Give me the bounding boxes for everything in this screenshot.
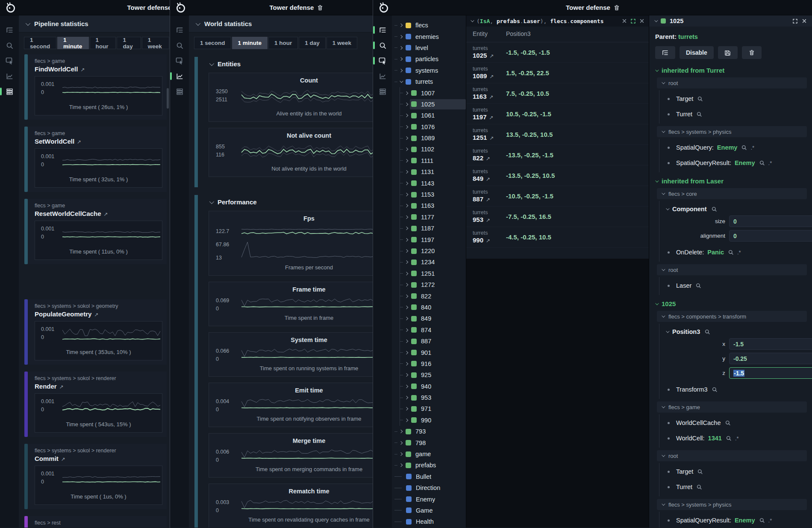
tree-item-1187[interactable]: 1187 xyxy=(400,223,466,234)
time-range-1-day[interactable]: 1 day xyxy=(299,37,326,49)
component-row[interactable]: WorldCell:1341.* xyxy=(659,431,808,446)
system-name-link[interactable]: ResetWorldCellCache↗ xyxy=(35,210,162,217)
chevron-right-icon[interactable] xyxy=(405,91,408,94)
chevron-right-icon[interactable] xyxy=(405,249,408,253)
chevron-right-icon[interactable] xyxy=(399,57,403,61)
chevron-right-icon[interactable] xyxy=(405,147,408,151)
module-path-header[interactable]: flecs > game xyxy=(657,401,807,413)
chevron-right-icon[interactable] xyxy=(405,193,408,196)
chevron-down-icon[interactable] xyxy=(662,314,665,317)
tree-item-enemies[interactable]: enemies xyxy=(392,31,466,42)
tree-item-1272[interactable]: 1272 xyxy=(400,279,466,290)
tree-item-level[interactable]: level xyxy=(392,42,466,53)
tree-item-Enemy[interactable]: Enemy xyxy=(392,493,466,504)
module-path-header[interactable]: flecs > systems > physics xyxy=(657,499,807,510)
tree-item-940[interactable]: 940 xyxy=(400,381,466,392)
field-input[interactable]: -0.25 xyxy=(729,353,812,364)
field-input[interactable]: 0 xyxy=(729,215,812,227)
chevron-right-icon[interactable] xyxy=(405,238,408,241)
chevron-down-icon[interactable] xyxy=(662,453,665,457)
chevron-right-icon[interactable] xyxy=(405,170,408,174)
statistics-icon[interactable] xyxy=(170,84,189,99)
component-row[interactable]: Transform3 xyxy=(659,382,808,397)
component-target-link[interactable]: Enemy xyxy=(735,159,755,166)
search-component-icon[interactable] xyxy=(725,420,731,426)
tree-item-turrets[interactable]: turrets xyxy=(392,76,466,87)
tree-item-1220[interactable]: 1220 xyxy=(400,245,466,257)
tree-item-1089[interactable]: 1089 xyxy=(400,133,466,144)
component-target-link[interactable]: Enemy xyxy=(735,517,755,524)
chevron-down-icon[interactable] xyxy=(662,404,665,408)
chevron-right-icon[interactable] xyxy=(405,294,408,298)
tree-item-game[interactable]: game xyxy=(392,448,466,460)
chevron-down-icon[interactable] xyxy=(666,329,669,333)
chevron-right-icon[interactable] xyxy=(405,351,408,354)
collapse-icon[interactable] xyxy=(209,199,214,204)
chevron-right-icon[interactable] xyxy=(405,373,408,377)
tree-item-822[interactable]: 822 xyxy=(400,290,466,301)
system-name-link[interactable]: DequeueRest↗ xyxy=(35,527,162,528)
chevron-right-icon[interactable] xyxy=(405,384,408,388)
tree-item-874[interactable]: 874 xyxy=(400,324,466,336)
chevron-right-icon[interactable] xyxy=(405,227,408,230)
statistics-icon[interactable] xyxy=(0,84,19,99)
inspect-window-icon[interactable] xyxy=(0,53,19,68)
module-path-header[interactable]: root xyxy=(657,450,807,461)
time-range-1-hour[interactable]: 1 hour xyxy=(90,37,116,49)
chevron-down-icon[interactable] xyxy=(662,267,665,271)
component-row[interactable]: OnDelete:Panic.* xyxy=(659,245,808,260)
field-input[interactable]: -1.5 xyxy=(729,338,812,350)
tree-item-systems[interactable]: systems xyxy=(392,65,466,76)
tree-item-1111[interactable]: 1111 xyxy=(400,155,466,166)
query-result-row[interactable]: turrets849↗-13.5, -0.25, 10.5 xyxy=(466,165,649,186)
chevron-right-icon[interactable] xyxy=(405,103,408,106)
entity-link[interactable]: 887↗ xyxy=(473,195,506,203)
chevron-right-icon[interactable] xyxy=(405,125,408,128)
tree-item-1163[interactable]: 1163 xyxy=(400,200,466,211)
entity-link[interactable]: 1025↗ xyxy=(473,52,506,59)
chevron-right-icon[interactable] xyxy=(399,463,403,467)
search-component-icon[interactable] xyxy=(696,484,702,490)
tree-item-971[interactable]: 971 xyxy=(400,403,466,414)
component-row[interactable]: Target xyxy=(659,464,808,479)
delete-world-icon[interactable] xyxy=(318,5,323,11)
chevron-right-icon[interactable] xyxy=(405,407,408,410)
time-range-1-second[interactable]: 1 second xyxy=(194,37,231,49)
tree-item-798[interactable]: 798 xyxy=(392,437,466,448)
chevron-right-icon[interactable] xyxy=(405,204,408,207)
collapse-icon[interactable] xyxy=(654,18,658,22)
tree-item-Direction[interactable]: Direction xyxy=(392,482,466,493)
entity-link[interactable]: 990↗ xyxy=(473,236,506,244)
search-component-icon[interactable] xyxy=(741,145,747,150)
tree-item-Bullet[interactable]: Bullet xyxy=(392,471,466,482)
time-range-1-week[interactable]: 1 week xyxy=(142,37,169,49)
tree-item-1177[interactable]: 1177 xyxy=(400,212,466,223)
time-range-1-second[interactable]: 1 second xyxy=(24,37,56,49)
inherited-section-header[interactable]: inherited from Turret xyxy=(655,67,808,74)
query-result-row[interactable]: turrets990↗-4.5, -0.25, 10.5 xyxy=(466,227,649,248)
chevron-down-icon[interactable] xyxy=(662,80,665,84)
search-component-icon[interactable] xyxy=(711,206,717,212)
tree-item-1102[interactable]: 1102 xyxy=(400,144,466,155)
tree-item-1251[interactable]: 1251 xyxy=(400,268,466,279)
chevron-down-icon[interactable] xyxy=(666,206,669,210)
tree-item-1153[interactable]: 1153 xyxy=(400,189,466,200)
entity-link[interactable]: 1089↗ xyxy=(473,72,506,80)
module-path-header[interactable]: root xyxy=(657,264,807,275)
chevron-right-icon[interactable] xyxy=(399,430,403,433)
search-component-icon[interactable] xyxy=(759,517,765,523)
component-row[interactable]: Laser xyxy=(659,278,808,293)
search-component-icon[interactable] xyxy=(712,386,718,392)
charts-icon[interactable] xyxy=(0,68,19,84)
chevron-down-icon[interactable] xyxy=(400,79,403,83)
component-row[interactable]: SpatialQuery:Enemy.* xyxy=(659,140,808,155)
query-result-row[interactable]: turrets1197↗10.5, -0.25, -1.5 xyxy=(466,104,649,124)
component-row[interactable]: Turret xyxy=(659,479,808,495)
delete-button[interactable] xyxy=(742,46,762,59)
tree-item-840[interactable]: 840 xyxy=(400,302,466,313)
tree-item-Health[interactable]: Health xyxy=(392,516,466,527)
search-component-icon[interactable] xyxy=(704,329,710,335)
chevron-right-icon[interactable] xyxy=(405,159,408,162)
statistics-icon[interactable] xyxy=(373,84,392,99)
component-row[interactable]: WorldCellCache xyxy=(659,415,808,431)
